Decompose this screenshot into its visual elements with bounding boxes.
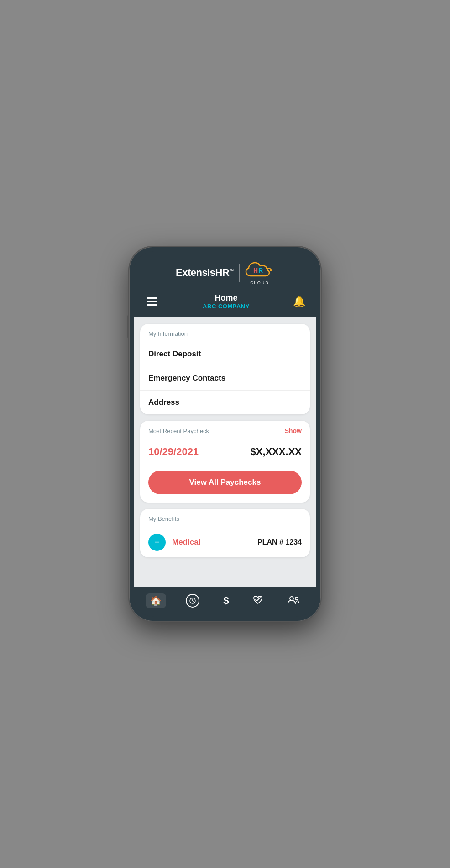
paycheck-card: Most Recent Paycheck Show 10/29/2021 $X,… <box>140 421 310 503</box>
address-item[interactable]: Address <box>140 390 310 414</box>
paycheck-date: 10/29/2021 <box>148 446 199 458</box>
cloud-text: CLOUD <box>250 281 269 285</box>
medical-icon: + <box>148 534 166 551</box>
notification-bell-icon[interactable]: 🔔 <box>293 296 305 307</box>
logo-area: ExtensisHR™ H R CLOUD <box>143 260 307 285</box>
nav-tab-home[interactable]: 🏠 <box>146 593 166 608</box>
bottom-nav: 🏠 $ <box>134 587 316 617</box>
header: ExtensisHR™ H R CLOUD <box>134 251 316 317</box>
nav-title: Home ABC COMPANY <box>203 293 250 310</box>
show-paycheck-button[interactable]: Show <box>285 427 302 434</box>
app-name-text: ExtensisHR <box>176 267 229 278</box>
cloud-svg: H R <box>245 260 274 281</box>
home-icon: 🏠 <box>150 595 162 606</box>
address-label: Address <box>148 398 179 407</box>
heart-icon <box>253 595 263 607</box>
clock-icon <box>186 594 199 608</box>
benefits-label: My Benefits <box>140 509 310 527</box>
svg-line-5 <box>193 601 194 602</box>
trademark: ™ <box>229 268 234 273</box>
paycheck-title: Most Recent Paycheck <box>148 428 209 434</box>
menu-button[interactable] <box>145 296 159 307</box>
main-content: My Information Direct Deposit Emergency … <box>134 317 316 587</box>
my-information-label: My Information <box>140 324 310 342</box>
people-icon <box>287 595 300 607</box>
logo-divider <box>239 264 240 282</box>
phone-frame: ExtensisHR™ H R CLOUD <box>129 247 321 621</box>
hamburger-line-3 <box>147 304 157 306</box>
company-name: ABC COMPANY <box>203 303 250 310</box>
nav-tab-pay[interactable]: $ <box>219 593 233 609</box>
extensis-logo: ExtensisHR™ <box>176 267 234 279</box>
emergency-contacts-item[interactable]: Emergency Contacts <box>140 366 310 390</box>
nav-bar: Home ABC COMPANY 🔔 <box>143 293 307 310</box>
hamburger-line-1 <box>147 297 157 299</box>
svg-text:H: H <box>253 267 258 274</box>
benefits-card: My Benefits + Medical PLAN # 1234 <box>140 509 310 557</box>
svg-text:R: R <box>258 267 263 274</box>
side-button <box>127 315 129 338</box>
view-all-paychecks-button[interactable]: View All Paychecks <box>148 471 302 494</box>
paycheck-amount: $X,XXX.XX <box>250 446 302 458</box>
paycheck-row: 10/29/2021 $X,XXX.XX <box>140 439 310 464</box>
medical-label: Medical <box>172 538 200 547</box>
direct-deposit-label: Direct Deposit <box>148 349 201 359</box>
medical-benefit-item[interactable]: + Medical PLAN # 1234 <box>140 527 310 557</box>
plan-number: PLAN # 1234 <box>257 538 302 546</box>
my-information-card: My Information Direct Deposit Emergency … <box>140 324 310 414</box>
svg-point-7 <box>295 597 298 600</box>
svg-point-6 <box>290 597 293 600</box>
page-title: Home <box>203 293 250 303</box>
nav-tab-time[interactable] <box>181 592 204 609</box>
emergency-contacts-label: Emergency Contacts <box>148 374 225 383</box>
hamburger-line-2 <box>147 301 157 302</box>
phone-screen: ExtensisHR™ H R CLOUD <box>134 251 316 617</box>
nav-tab-wellness[interactable] <box>248 593 267 609</box>
direct-deposit-item[interactable]: Direct Deposit <box>140 342 310 366</box>
dollar-icon: $ <box>223 595 229 607</box>
paycheck-header: Most Recent Paycheck Show <box>140 421 310 439</box>
hr-cloud-logo: H R CLOUD <box>245 260 274 285</box>
nav-tab-team[interactable] <box>283 593 304 609</box>
